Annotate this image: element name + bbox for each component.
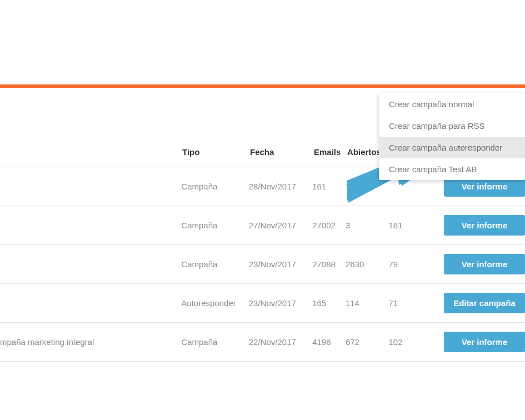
table-row: mpaña marketing integral Campaña 22/Nov/…	[0, 323, 525, 362]
dropdown-item-autoresponder[interactable]: Crear campaña autoresponder	[379, 137, 525, 158]
table-row: Autoresponder 23/Nov/2017 165 114 71 Edi…	[0, 284, 525, 323]
campaign-name-link[interactable]: mpaña marketing integral	[0, 337, 181, 347]
campaign-emails: 4196	[312, 337, 346, 347]
dropdown-item-test-ab[interactable]: Crear campaña Test AB	[379, 158, 525, 180]
campaign-date: 27/Nov/2017	[249, 221, 312, 230]
campaign-date: 28/Nov/2017	[249, 182, 312, 191]
header-tipo: Tipo	[182, 147, 250, 157]
campaign-type: Campaña	[181, 337, 248, 347]
campaign-emails: 161	[312, 182, 346, 191]
dropdown-item-rss[interactable]: Crear campaña para RSS	[379, 115, 525, 137]
accent-bar	[0, 84, 525, 88]
dropdown-item-normal[interactable]: Crear campaña normal	[379, 93, 525, 115]
campaign-opens: 114	[346, 298, 389, 308]
table-row: Campaña 27/Nov/2017 27002 3 161 Ver info…	[0, 206, 525, 245]
campaign-date: 23/Nov/2017	[249, 259, 312, 269]
campaign-emails: 165	[312, 298, 346, 308]
campaign-clicks: 102	[388, 337, 442, 347]
table-row: Campaña 23/Nov/2017 27088 2630 79 Ver in…	[0, 245, 525, 284]
campaign-type: Campaña	[181, 182, 248, 191]
view-report-button[interactable]: Ver informe	[444, 215, 525, 236]
campaign-opens: 3	[346, 221, 389, 230]
campaign-emails: 27002	[312, 221, 346, 230]
header-emails: Emails	[314, 147, 347, 157]
campaign-type: Campaña	[181, 221, 248, 230]
campaign-opens: 70	[346, 182, 389, 191]
campaign-clicks: 71	[388, 298, 442, 308]
campaign-opens: 672	[346, 337, 389, 347]
campaign-opens: 2630	[346, 259, 389, 269]
campaign-emails: 27088	[312, 259, 346, 269]
edit-campaign-button[interactable]: Editar campaña	[444, 293, 525, 313]
campaign-type: Autoresponder	[181, 298, 248, 308]
campaign-type: Campaña	[181, 259, 248, 269]
view-report-button[interactable]: Ver informe	[444, 332, 525, 352]
campaign-date: 22/Nov/2017	[249, 337, 312, 347]
view-report-button[interactable]: Ver informe	[444, 254, 525, 274]
campaign-clicks: 161	[388, 221, 442, 230]
campaign-date: 23/Nov/2017	[249, 298, 312, 308]
header-fecha: Fecha	[250, 147, 314, 157]
campaign-clicks: 79	[388, 259, 442, 269]
create-campaign-dropdown: Crear campaña normal Crear campaña para …	[379, 93, 525, 180]
